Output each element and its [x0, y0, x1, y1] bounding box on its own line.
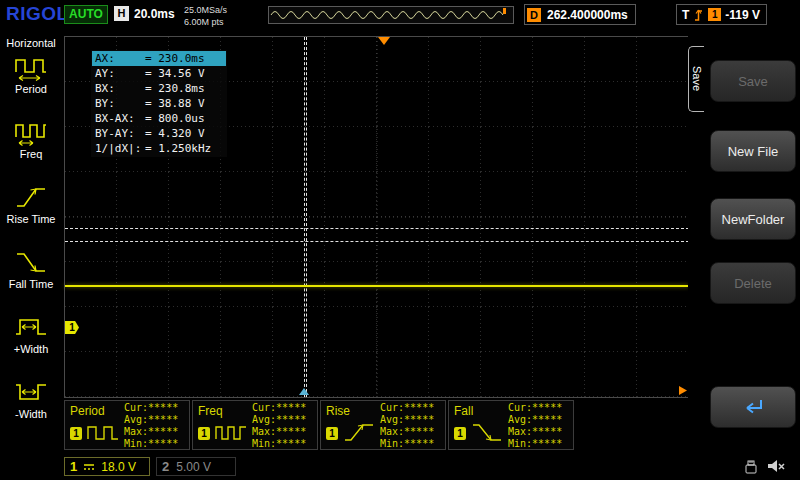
delete-button-label: Delete [734, 276, 772, 291]
measurement-min: Min:***** [124, 438, 178, 450]
sidebar-item-minus-width[interactable]: -Width [0, 374, 62, 439]
channel1-status[interactable]: 1 18.0 V [64, 457, 150, 476]
minus-width-icon [13, 377, 49, 407]
measurement-values: Cur:***** Avg:***** Max:***** Min:***** [124, 402, 178, 450]
menu-tab-save[interactable]: Save [688, 46, 704, 112]
rise-time-icon [13, 182, 49, 212]
measurement-cur: Cur:***** [124, 402, 178, 414]
sidebar-item-plus-width[interactable]: +Width [0, 309, 62, 374]
cursor-row-bx-ax: BX-AX: = 800.0us [92, 111, 226, 126]
return-arrow-icon [739, 397, 767, 417]
measurement-channel-badge: 1 [326, 427, 338, 440]
measurement-box-freq[interactable]: Freq 1 Cur:***** Avg:***** Max:***** Min… [192, 400, 318, 450]
measurement-max: Max:***** [252, 426, 306, 438]
cursor-bx-line[interactable] [306, 37, 307, 397]
save-button-label: Save [738, 74, 768, 89]
sidebar-item-label: Period [0, 83, 62, 95]
new-file-button-label: New File [728, 144, 779, 159]
dc-coupling-icon [82, 462, 96, 472]
cursor-label: BY: [95, 96, 145, 111]
cursor-label: AY: [95, 66, 145, 81]
trigger-position-marker[interactable] [378, 37, 390, 45]
trigger-readout-group: T 1 -119 V [676, 4, 767, 25]
measurement-values: Cur:***** Avg:***** Max:***** Min:***** [252, 402, 306, 450]
plus-width-icon [13, 312, 49, 342]
channel2-status[interactable]: 2 5.00 V [156, 457, 236, 476]
period-waveform-icon [86, 421, 120, 445]
trigger-level-value: -119 V [725, 8, 760, 22]
rise-edge-icon [342, 421, 376, 445]
h-label-badge: H [114, 6, 129, 21]
measurement-cur: Cur:***** [380, 402, 434, 414]
sidebar-item-label: Rise Time [0, 213, 62, 225]
usb-device-icon [742, 459, 760, 475]
measurement-values: Cur:***** Avg:***** Max:***** Min:***** [508, 402, 562, 450]
channel2-number: 2 [162, 459, 169, 474]
cursor-value: = 230.0ms [145, 51, 205, 66]
measurement-box-period[interactable]: Period 1 Cur:***** Avg:***** Max:***** M… [64, 400, 190, 450]
sidebar-item-fall-time[interactable]: Fall Time [0, 244, 62, 309]
sidebar-item-freq[interactable]: Freq [0, 114, 62, 179]
cursor-row-ax: AX: = 230.0ms [92, 51, 226, 66]
back-button[interactable] [710, 386, 796, 428]
cursor-row-ay: AY: = 34.56 V [92, 66, 226, 81]
rising-edge-icon [693, 8, 704, 22]
measurement-channel-badge: 1 [198, 427, 210, 440]
cursor-row-by-ay: BY-AY: = 4.320 V [92, 126, 226, 141]
h-scale-value: 20.0ms [134, 7, 175, 21]
cursor-readout-panel: AX: = 230.0ms AY: = 34.56 V BX: = 230.8m… [91, 50, 227, 157]
brand-logo: RIGOL [6, 3, 69, 25]
fall-edge-icon [470, 421, 504, 445]
freq-waveform-icon [214, 421, 248, 445]
measurement-name: Fall [454, 404, 473, 418]
measurement-avg: Avg:***** [508, 414, 562, 426]
sidebar-item-label: Freq [0, 148, 62, 160]
channel1-trace[interactable] [65, 285, 689, 287]
measurement-box-fall[interactable]: Fall 1 Cur:***** Avg:***** Max:***** Min… [448, 400, 574, 450]
preview-wave-icon [269, 7, 511, 21]
cursor-by-line[interactable] [65, 241, 689, 242]
cursor-row-bx: BX: = 230.8ms [92, 81, 226, 96]
measurement-cur: Cur:***** [252, 402, 306, 414]
measurement-avg: Avg:***** [124, 414, 178, 426]
measurement-name: Period [70, 404, 105, 418]
cursor-ax-line[interactable] [304, 37, 305, 397]
new-file-button[interactable]: New File [710, 130, 796, 172]
period-icon [13, 52, 49, 82]
waveform-preview-strip[interactable] [268, 6, 514, 24]
beeper-muted-icon [766, 458, 788, 475]
cursor-row-by: BY: = 38.88 V [92, 96, 226, 111]
freq-icon [13, 117, 49, 147]
cursor-ay-line[interactable] [65, 228, 689, 229]
oscilloscope-screen: RIGOL AUTO H 20.0ms 25.0MSa/s 6.00M pts … [0, 0, 800, 480]
top-status-bar: RIGOL AUTO H 20.0ms 25.0MSa/s 6.00M pts … [0, 0, 800, 32]
cursor-label: BX: [95, 81, 145, 96]
cursor-label: AX: [95, 51, 145, 66]
delete-button[interactable]: Delete [710, 262, 796, 304]
cursor-label: 1/|dX|: [95, 141, 145, 156]
save-button[interactable]: Save [710, 60, 796, 102]
sidebar-item-rise-time[interactable]: Rise Time [0, 179, 62, 244]
measurement-min: Min:***** [508, 438, 562, 450]
acquisition-info: 25.0MSa/s 6.00M pts [184, 4, 227, 28]
waveform-display: 1 AX: = 230.0ms AY: = 34.56 V BX: = 230.… [64, 36, 690, 398]
cursor-value: = 230.8ms [145, 81, 205, 96]
measurement-avg: Avg:***** [380, 414, 434, 426]
measurement-box-rise[interactable]: Rise 1 Cur:***** Avg:***** Max:***** Min… [320, 400, 446, 450]
memory-depth: 6.00M pts [184, 16, 227, 28]
cursor-row-inv-dx: 1/|dX|: = 1.250kHz [92, 141, 226, 156]
cursor-value: = 1.250kHz [145, 141, 211, 156]
channel1-scale: 18.0 V [101, 460, 136, 474]
new-folder-button[interactable]: NewFolder [710, 198, 796, 240]
measurement-max: Max:***** [380, 426, 434, 438]
measurement-name: Freq [198, 404, 223, 418]
delay-readout-group: D 262.400000ms [524, 4, 636, 25]
channel1-number: 1 [70, 459, 77, 474]
sidebar-item-period[interactable]: Period [0, 49, 62, 114]
cursor-label: BX-AX: [95, 111, 145, 126]
trigger-source-badge: 1 [708, 8, 721, 21]
cursor-value: = 34.56 V [145, 66, 205, 81]
fall-time-icon [13, 247, 49, 277]
sidebar-item-label: -Width [0, 408, 62, 420]
soft-menu: Save Save New File NewFolder Delete [688, 32, 800, 453]
